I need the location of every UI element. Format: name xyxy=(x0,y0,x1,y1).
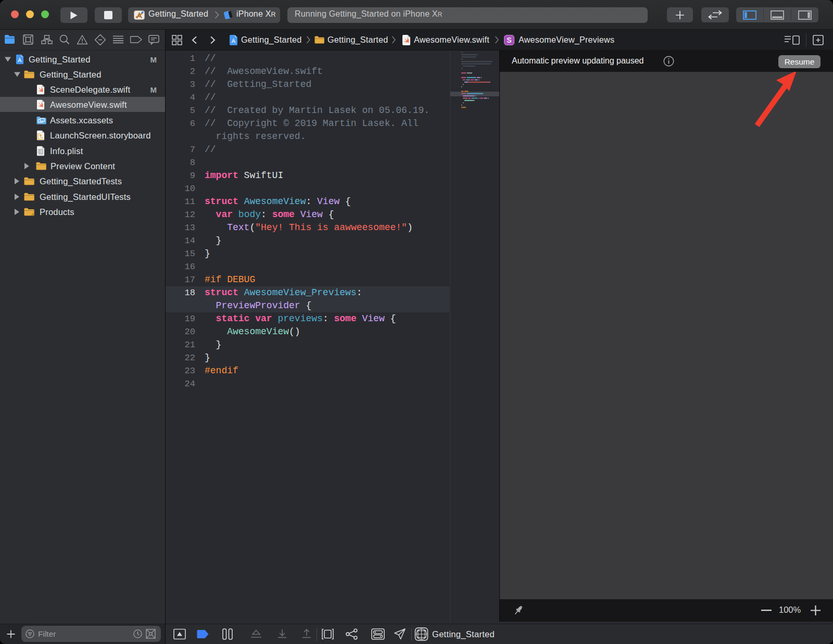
svg-text:PLIST: PLIST xyxy=(39,154,44,156)
